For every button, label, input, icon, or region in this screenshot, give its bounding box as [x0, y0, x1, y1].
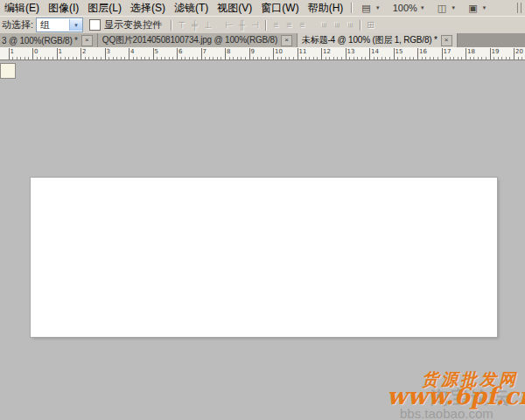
auto-align-layers-icon[interactable]: ⊞ — [364, 19, 377, 32]
ruler-minor-tick — [329, 57, 330, 60]
ruler-major-tick — [177, 48, 178, 60]
ruler-minor-tick — [361, 57, 362, 60]
ruler-minor-tick — [133, 57, 134, 60]
ruler-minor-tick — [389, 57, 390, 60]
ruler-minor-tick — [76, 57, 77, 60]
menu-item-help[interactable]: 帮助(H) — [304, 0, 348, 17]
ruler-minor-tick — [116, 57, 117, 60]
ruler-minor-tick — [377, 57, 378, 60]
view-extras-control[interactable]: ▤ — [355, 3, 386, 14]
ruler-minor-tick — [285, 57, 286, 60]
ruler-minor-tick — [518, 57, 519, 60]
ruler-label: 12 — [323, 48, 331, 55]
chevron-down-icon[interactable]: ▼ — [69, 19, 82, 31]
options-bar: 动选择: 组 ▼ 显示变换控件 ⊤╪⊥⊢╫⊣≡≡≡≡≡≡⊞ — [0, 16, 525, 34]
ruler-minor-tick — [453, 57, 454, 60]
document-canvas[interactable] — [31, 178, 497, 337]
ruler-minor-tick — [313, 57, 314, 60]
zoom-level-control[interactable]: 100% — [387, 3, 431, 13]
ruler-label: 17 — [444, 48, 452, 55]
ruler-minor-tick — [220, 57, 221, 60]
menu-item-filter[interactable]: 滤镜(T) — [170, 0, 213, 17]
menu-item-window[interactable]: 窗口(W) — [256, 0, 303, 17]
ruler-minor-tick — [253, 57, 254, 60]
close-icon[interactable]: × — [81, 35, 93, 46]
ruler-minor-tick — [301, 57, 302, 60]
menu-item-image[interactable]: 图像(I) — [44, 0, 83, 17]
align-top-edges-icon[interactable]: ⊤ — [175, 19, 188, 32]
ruler-minor-tick — [473, 57, 474, 60]
ruler-minor-tick — [73, 57, 74, 60]
ruler-major-tick — [346, 48, 346, 60]
distribute-right-edges-icon[interactable]: ≡ — [344, 18, 356, 32]
ruler-minor-tick — [245, 57, 246, 60]
distribute-bottom-edges-icon[interactable]: ≡ — [296, 19, 309, 32]
ruler-major-tick — [9, 48, 10, 60]
align-vertical-centers-icon[interactable]: ╪ — [188, 19, 201, 32]
distribute-top-edges-icon[interactable]: ≡ — [270, 19, 283, 32]
ruler-minor-tick — [478, 57, 479, 60]
document-tab-3[interactable]: 未标题-4 @ 100% (图层 1, RGB/8) *× — [298, 33, 458, 47]
ruler-label: 0 — [34, 48, 38, 55]
show-transform-checkbox[interactable] — [89, 19, 101, 31]
menu-item-view[interactable]: 视图(V) — [213, 0, 256, 17]
ruler-major-tick — [273, 48, 274, 60]
ruler-minor-tick — [189, 57, 190, 60]
ruler-minor-tick — [205, 57, 206, 60]
ruler-minor-tick — [12, 57, 13, 60]
ruler-major-tick — [442, 48, 443, 60]
ruler-major-tick — [369, 48, 370, 60]
distribute-left-edges-icon[interactable]: ≡ — [318, 18, 330, 32]
horizontal-ruler[interactable]: 101234567891011121314151617181920 — [0, 47, 525, 60]
menu-item-select[interactable]: 选择(S) — [126, 0, 170, 17]
menu-item-edit[interactable]: 编辑(E) — [0, 0, 44, 17]
ruler-label: 19 — [492, 48, 500, 55]
ruler-minor-tick — [185, 57, 186, 60]
ruler-major-tick — [80, 48, 81, 60]
ruler-minor-tick — [410, 57, 410, 60]
auto-select-dropdown[interactable]: 组 ▼ — [36, 18, 83, 32]
ruler-label: 1 — [10, 48, 14, 55]
canvas-area: 淘宝论坛 货源批发网 www.6pf.cn bbs.taobao.com — [0, 60, 525, 420]
align-left-edges-icon[interactable]: ⊢ — [222, 19, 235, 32]
document-tab-1[interactable]: 3 @ 100%(RGB/8) *× — [0, 33, 98, 47]
ruler-minor-tick — [522, 57, 522, 60]
menu-item-layer[interactable]: 图层(L) — [83, 0, 126, 17]
watermark-forum-url: bbs.taobao.com — [400, 406, 494, 420]
close-icon[interactable]: × — [281, 35, 292, 46]
ruler-minor-tick — [365, 57, 366, 60]
ruler-minor-tick — [20, 57, 21, 60]
ruler-minor-tick — [317, 57, 318, 60]
screen-mode-control[interactable]: ▣ — [462, 3, 493, 14]
ruler-minor-tick — [405, 57, 406, 60]
arrange-documents-control[interactable]: ◫ — [431, 3, 462, 14]
ruler-minor-tick — [470, 57, 471, 60]
close-icon[interactable]: × — [441, 35, 452, 46]
ruler-minor-tick — [402, 57, 402, 60]
ruler-minor-tick — [96, 57, 97, 60]
ruler-label: 8 — [227, 48, 230, 55]
ruler-label: 5 — [155, 48, 158, 55]
ruler-minor-tick — [124, 57, 125, 60]
ruler-minor-tick — [494, 57, 494, 60]
ruler-minor-tick — [374, 57, 374, 60]
distribute-vertical-centers-icon[interactable]: ≡ — [283, 19, 296, 32]
ruler-minor-tick — [430, 57, 430, 60]
ruler-minor-tick — [305, 57, 306, 60]
show-transform-label: 显示变换控件 — [104, 18, 162, 32]
ruler-minor-tick — [144, 57, 145, 60]
ruler-minor-tick — [326, 57, 326, 60]
document-tab-2[interactable]: QQ图片20140508100734.jpg @ 100%(RGB/8)× — [98, 33, 298, 47]
ruler-minor-tick — [45, 57, 46, 60]
distribute-horizontal-centers-icon[interactable]: ≡ — [331, 18, 343, 32]
ruler-major-tick — [417, 48, 418, 60]
ruler-minor-tick — [237, 57, 238, 60]
align-right-edges-icon[interactable]: ⊣ — [248, 19, 262, 32]
ruler-minor-tick — [113, 57, 114, 60]
ruler-minor-tick — [333, 57, 334, 60]
ruler-minor-tick — [309, 57, 310, 60]
ruler-minor-tick — [192, 57, 193, 60]
align-bottom-edges-icon[interactable]: ⊥ — [201, 19, 214, 32]
ruler-minor-tick — [438, 57, 438, 60]
align-horizontal-centers-icon[interactable]: ╫ — [235, 19, 248, 32]
